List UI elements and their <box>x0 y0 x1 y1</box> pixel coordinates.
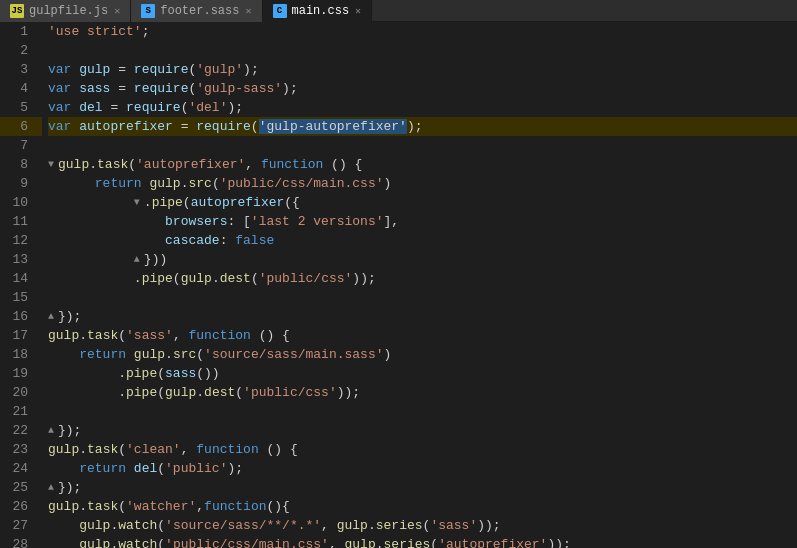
tab-footer[interactable]: S footer.sass ✕ <box>131 0 262 22</box>
line-number-row: 9 <box>0 174 42 193</box>
line-number-row: 4 <box>0 79 42 98</box>
line-number-row: 14 <box>0 269 42 288</box>
line-number-row: 7 <box>0 136 42 155</box>
code-line <box>48 41 797 60</box>
line-number: 27 <box>0 518 36 533</box>
line-number: 4 <box>0 81 36 96</box>
line-number: 19 <box>0 366 36 381</box>
line-number: 1 <box>0 24 36 39</box>
line-number: 13 <box>0 252 36 267</box>
line-number-row: 15 <box>0 288 42 307</box>
code-line: return gulp.src('source/sass/main.sass') <box>48 345 797 364</box>
line-number: 15 <box>0 290 36 305</box>
code-line: gulp.task('sass', function () { <box>48 326 797 345</box>
tab-label-gulpfile: gulpfile.js <box>29 4 108 18</box>
code-line: var sass = require('gulp-sass'); <box>48 79 797 98</box>
fold-arrow[interactable]: ▲ <box>48 482 58 493</box>
line-number-row: 21 <box>0 402 42 421</box>
code-line: cascade: false <box>48 231 797 250</box>
line-number: 21 <box>0 404 36 419</box>
code-line <box>48 136 797 155</box>
code-line: .pipe(gulp.dest('public/css')); <box>48 383 797 402</box>
code-area[interactable]: 'use strict'; var gulp = require('gulp')… <box>42 22 797 548</box>
line-number: 25 <box>0 480 36 495</box>
line-numbers: 1234567891011121314151617181920212223242… <box>0 22 42 548</box>
code-line <box>48 402 797 421</box>
line-number: 6 <box>0 119 36 134</box>
code-line: ▲}); <box>48 421 797 440</box>
line-number-row: 11 <box>0 212 42 231</box>
line-number: 7 <box>0 138 36 153</box>
fold-arrow[interactable]: ▲ <box>134 254 144 265</box>
code-line: ▼gulp.task('autoprefixer', function () { <box>48 155 797 174</box>
css-icon: S <box>141 4 155 18</box>
code-line: var autoprefixer = require('gulp-autopre… <box>48 117 797 136</box>
fold-arrow[interactable]: ▲ <box>48 425 58 436</box>
code-line: ▲}); <box>48 478 797 497</box>
line-number-row: 13 <box>0 250 42 269</box>
line-number: 23 <box>0 442 36 457</box>
line-number-row: 26 <box>0 497 42 516</box>
close-icon[interactable]: ✕ <box>355 5 361 17</box>
line-number: 11 <box>0 214 36 229</box>
code-line: gulp.task('watcher',function(){ <box>48 497 797 516</box>
close-icon[interactable]: ✕ <box>245 5 251 17</box>
line-number: 26 <box>0 499 36 514</box>
tab-label-footer: footer.sass <box>160 4 239 18</box>
close-icon[interactable]: ✕ <box>114 5 120 17</box>
line-number-row: 2 <box>0 41 42 60</box>
line-number-row: 18 <box>0 345 42 364</box>
tab-gulpfile[interactable]: JS gulpfile.js ✕ <box>0 0 131 22</box>
editor: 1234567891011121314151617181920212223242… <box>0 22 797 548</box>
line-number: 20 <box>0 385 36 400</box>
line-number: 16 <box>0 309 36 324</box>
line-number-row: 1 <box>0 22 42 41</box>
code-line: return del('public'); <box>48 459 797 478</box>
code-line: gulp.watch('source/sass/**/*.*', gulp.se… <box>48 516 797 535</box>
line-number-row: 12 <box>0 231 42 250</box>
tab-main[interactable]: C main.css ✕ <box>263 0 373 22</box>
line-number: 5 <box>0 100 36 115</box>
fold-arrow[interactable]: ▼ <box>48 159 58 170</box>
line-number-row: 3 <box>0 60 42 79</box>
code-line: return gulp.src('public/css/main.css') <box>48 174 797 193</box>
line-number-row: 6 <box>0 117 42 136</box>
line-number-row: 5 <box>0 98 42 117</box>
css-icon: C <box>273 4 287 18</box>
line-number: 14 <box>0 271 36 286</box>
code-line: 'use strict'; <box>48 22 797 41</box>
code-line: gulp.task('clean', function () { <box>48 440 797 459</box>
line-number-row: 10 <box>0 193 42 212</box>
line-number: 17 <box>0 328 36 343</box>
line-number-row: 27 <box>0 516 42 535</box>
line-number-row: 16 <box>0 307 42 326</box>
line-number-row: 28 <box>0 535 42 548</box>
line-number: 12 <box>0 233 36 248</box>
line-number-row: 25 <box>0 478 42 497</box>
code-line: .pipe(gulp.dest('public/css')); <box>48 269 797 288</box>
line-number: 10 <box>0 195 36 210</box>
line-number-row: 19 <box>0 364 42 383</box>
line-number-row: 8 <box>0 155 42 174</box>
code-line: browsers: ['last 2 versions'], <box>48 212 797 231</box>
tab-label-main: main.css <box>292 4 350 18</box>
line-number-row: 23 <box>0 440 42 459</box>
line-number-row: 24 <box>0 459 42 478</box>
line-number: 2 <box>0 43 36 58</box>
line-number-row: 20 <box>0 383 42 402</box>
code-line <box>48 288 797 307</box>
code-line: var gulp = require('gulp'); <box>48 60 797 79</box>
tab-bar: JS gulpfile.js ✕ S footer.sass ✕ C main.… <box>0 0 797 22</box>
js-icon: JS <box>10 4 24 18</box>
line-number: 28 <box>0 537 36 548</box>
fold-arrow[interactable]: ▼ <box>134 197 144 208</box>
code-line: .pipe(sass()) <box>48 364 797 383</box>
fold-arrow[interactable]: ▲ <box>48 311 58 322</box>
code-line: gulp.watch('public/css/main.css', gulp.s… <box>48 535 797 548</box>
line-number: 22 <box>0 423 36 438</box>
code-line: var del = require('del'); <box>48 98 797 117</box>
line-number: 3 <box>0 62 36 77</box>
code-line: ▲}); <box>48 307 797 326</box>
line-number: 8 <box>0 157 36 172</box>
line-number: 9 <box>0 176 36 191</box>
